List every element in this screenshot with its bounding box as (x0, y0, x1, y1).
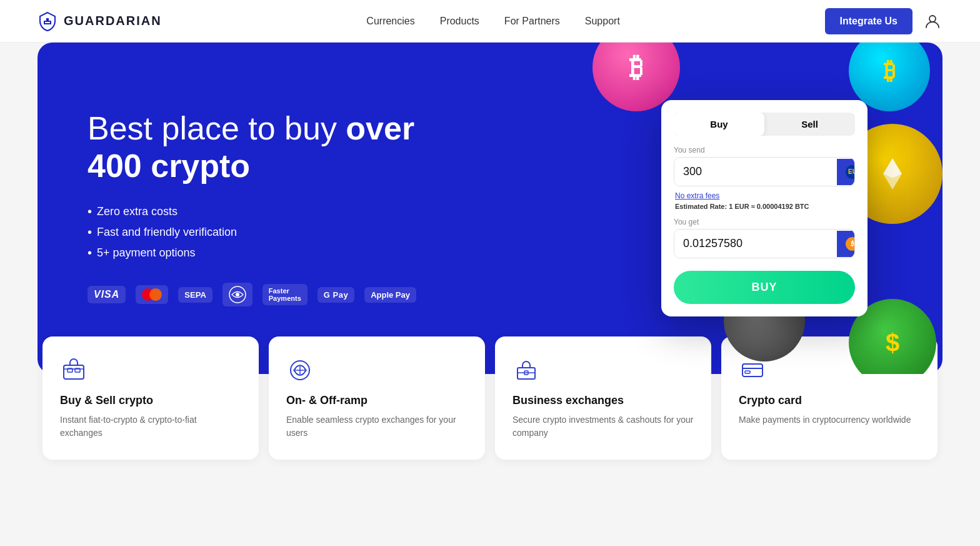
card-crypto-card-desc: Make payments in cryptocurrency worldwid… (739, 413, 920, 427)
card-buy-sell: Buy & Sell crypto Instant fiat-to-crypto… (42, 336, 259, 460)
bullet-3: 5+ payment options (88, 246, 431, 260)
hero-bullets: Zero extra costs Fast and friendly verif… (88, 205, 431, 260)
nav-support[interactable]: Support (585, 16, 620, 26)
integrate-button[interactable]: Integrate Us (825, 8, 912, 34)
card-on-off-ramp-desc: Enable seamless crypto exchanges for you… (286, 413, 468, 440)
svg-rect-10 (518, 368, 535, 379)
card-business: Business exchanges Secure crypto investm… (495, 336, 711, 460)
svg-rect-13 (745, 371, 750, 373)
card-crypto-card-title: Crypto card (739, 394, 920, 407)
buy-button[interactable]: BUY (674, 271, 855, 304)
estimated-rate: Estimated Rate: 1 EUR ≈ 0.00004192 BTC (675, 203, 855, 210)
widget-tabs: Buy Sell (674, 113, 855, 136)
card-business-title: Business exchanges (512, 394, 694, 407)
card-business-desc: Secure crypto investments & cashouts for… (512, 413, 694, 440)
logo[interactable]: GUARDARIAN (38, 11, 162, 31)
currency-to-selector[interactable]: ₿ BTC ▾ (837, 231, 855, 257)
nav-products[interactable]: Products (440, 16, 479, 26)
sepa-badge: SEPA (178, 287, 212, 303)
mastercard-badge (136, 285, 168, 304)
brand-name: GUARDARIAN (64, 14, 162, 28)
tab-buy[interactable]: Buy (674, 113, 764, 136)
you-send-field: EU EUR ▾ (674, 157, 855, 186)
payment-methods: VISA SEPA FasterPayments G Pay Apple Pay (88, 283, 431, 306)
card-buy-sell-desc: Instant fiat-to-crypto & crypto-to-fiat … (60, 413, 241, 440)
buy-sell-icon (60, 356, 88, 384)
you-send-label: You send (674, 146, 855, 154)
faster-payments-badge: FasterPayments (262, 284, 308, 305)
swift-badge (222, 283, 252, 306)
nav-links: Currencies Products For Partners Support (366, 16, 619, 27)
currency-from-selector[interactable]: EU EUR ▾ (837, 159, 855, 185)
bullet-2: Fast and friendly verification (88, 225, 431, 240)
card-buy-sell-title: Buy & Sell crypto (60, 394, 241, 407)
hero-content: Best place to buy over 400 crypto Zero e… (88, 110, 431, 307)
navbar: GUARDARIAN Currencies Products For Partn… (0, 0, 980, 43)
feature-cards: Buy & Sell crypto Instant fiat-to-crypto… (38, 374, 942, 497)
svg-point-0 (929, 16, 936, 22)
gpay-badge: G Pay (318, 287, 354, 303)
nav-right: Integrate Us (825, 8, 942, 34)
logo-icon (38, 11, 58, 31)
trade-widget: Buy Sell You send EU EUR ▾ No extra fees… (661, 100, 868, 316)
hero-title: Best place to buy over 400 crypto (88, 110, 431, 185)
svg-rect-5 (64, 365, 84, 379)
btc-flag: ₿ (846, 237, 855, 251)
user-icon[interactable] (922, 11, 942, 31)
card-on-off-ramp-title: On- & Off-ramp (286, 394, 468, 407)
business-icon (512, 356, 540, 384)
hero-section: ₿ ₿ $ Best place to buy over 400 crypto … (38, 43, 942, 374)
nav-for-partners[interactable]: For Partners (504, 16, 560, 26)
you-get-field: ₿ BTC ▾ (674, 229, 855, 258)
svg-rect-12 (742, 364, 762, 377)
widget-info: No extra fees Estimated Rate: 1 EUR ≈ 0.… (674, 191, 855, 210)
card-on-off-ramp: On- & Off-ramp Enable seamless crypto ex… (269, 336, 485, 460)
get-amount-input[interactable] (674, 230, 837, 258)
send-amount-input[interactable] (674, 158, 837, 186)
you-get-label: You get (674, 218, 855, 226)
visa-badge: VISA (88, 286, 126, 303)
tab-sell[interactable]: Sell (764, 113, 855, 136)
eur-flag: EU (846, 165, 855, 179)
nav-currencies[interactable]: Currencies (366, 16, 414, 26)
applepay-badge: Apple Pay (364, 287, 416, 303)
no-fees-link[interactable]: No extra fees (675, 191, 855, 200)
on-off-ramp-icon (286, 356, 314, 384)
svg-point-4 (236, 293, 239, 296)
bullet-1: Zero extra costs (88, 205, 431, 219)
